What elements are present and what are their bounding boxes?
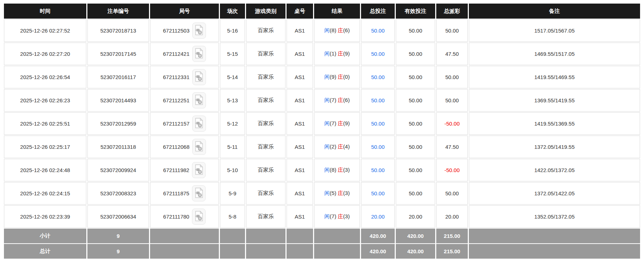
- cell-game-type: 百家乐: [246, 66, 285, 88]
- grand-total-valid-bet: 420.00: [396, 244, 435, 259]
- round-id-text: 672112068: [163, 144, 189, 150]
- video-file-icon: [194, 25, 203, 36]
- col-bet-id: 注单编号: [87, 4, 149, 19]
- cell-total-bet: 50.00: [361, 136, 395, 158]
- cell-valid-bet: 50.00: [396, 89, 435, 112]
- total-bet-link[interactable]: 50.00: [371, 74, 385, 80]
- result-player-label: 闲: [325, 27, 330, 33]
- cell-result: 闲(1) 庄(9): [314, 43, 360, 65]
- table-row: 2025-12-26 02:26:54 523072016117 6721123…: [4, 66, 640, 88]
- grand-total-count: 9: [87, 244, 149, 259]
- cell-result: 闲(5) 庄(3): [314, 182, 360, 205]
- cell-round-id: 672111875: [150, 182, 219, 205]
- result-player-label: 闲: [325, 190, 330, 196]
- cell-round-id: 672111982: [150, 159, 219, 181]
- video-replay-button[interactable]: [192, 139, 206, 155]
- cell-valid-bet: 50.00: [396, 112, 435, 135]
- cell-table-no: AS1: [287, 112, 313, 135]
- total-bet-link[interactable]: 50.00: [371, 51, 385, 57]
- cell-result: 闲(8) 庄(6): [314, 19, 360, 42]
- cell-remark: 1372.05/1422.05: [469, 182, 640, 205]
- result-player-score: (2): [330, 143, 336, 150]
- video-file-icon: [194, 164, 203, 176]
- total-bet-link[interactable]: 20.00: [371, 214, 385, 220]
- cell-total-bet: 50.00: [361, 19, 395, 42]
- cell-session: 5-14: [220, 66, 245, 88]
- table-footer: 小计 9 420.00 420.00 215.00 总计 9: [4, 229, 640, 259]
- result-banker-label: 庄: [338, 27, 343, 33]
- video-replay-button[interactable]: [192, 162, 206, 178]
- total-bet-link[interactable]: 50.00: [371, 121, 385, 127]
- cell-remark: 1469.55/1517.05: [469, 43, 640, 65]
- video-replay-button[interactable]: [192, 209, 206, 225]
- round-id-text: 672111875: [163, 190, 189, 196]
- subtotal-empty-cell: [150, 229, 219, 243]
- video-replay-button[interactable]: [192, 92, 206, 108]
- cell-remark: 1419.55/1369.55: [469, 112, 640, 135]
- cell-game-type: 百家乐: [246, 112, 285, 135]
- video-replay-button[interactable]: [192, 23, 206, 39]
- result-player-label: 闲: [325, 50, 330, 57]
- grand-total-empty-cell: [287, 244, 313, 259]
- cell-session: 5-11: [220, 136, 245, 158]
- table-row: 2025-12-26 02:24:15 523072008323 6721118…: [4, 182, 640, 205]
- cell-total-bet: 50.00: [361, 43, 395, 65]
- grand-total-empty-cell: [246, 244, 285, 259]
- cell-time: 2025-12-26 02:26:23: [4, 89, 86, 112]
- cell-total-bet: 20.00: [361, 205, 395, 228]
- table-row: 2025-12-26 02:25:51 523072012959 6721121…: [4, 112, 640, 135]
- cell-time: 2025-12-26 02:25:17: [4, 136, 86, 158]
- result-player-label: 闲: [325, 143, 330, 150]
- video-file-icon: [194, 211, 203, 223]
- result-banker-score: (6): [343, 27, 350, 33]
- cell-session: 5-12: [220, 112, 245, 135]
- cell-total-bet: 50.00: [361, 159, 395, 181]
- round-id-text: 672111982: [163, 167, 189, 173]
- cell-remark: 1517.05/1567.05: [469, 19, 640, 42]
- total-bet-link[interactable]: 50.00: [371, 167, 385, 173]
- cell-total-bet: 50.00: [361, 66, 395, 88]
- result-banker-score: (3): [343, 167, 350, 173]
- col-total-bet: 总投注: [361, 4, 395, 19]
- cell-payout: -50.00: [436, 159, 468, 181]
- total-bet-link[interactable]: 50.00: [371, 190, 385, 196]
- cell-payout: 47.50: [436, 136, 468, 158]
- subtotal-count: 9: [87, 229, 149, 243]
- video-replay-button[interactable]: [192, 185, 206, 201]
- col-remark: 备注: [469, 4, 640, 19]
- cell-session: 5-10: [220, 159, 245, 181]
- round-id-text: 672112503: [163, 28, 189, 34]
- result-banker-score: (4): [343, 143, 350, 150]
- result-banker-score: (9): [343, 120, 350, 126]
- cell-time: 2025-12-26 02:24:15: [4, 182, 86, 205]
- result-player-score: (5): [330, 190, 336, 196]
- cell-valid-bet: 50.00: [396, 159, 435, 181]
- cell-table-no: AS1: [287, 89, 313, 112]
- total-bet-link[interactable]: 50.00: [371, 28, 385, 34]
- result-player-score: (1): [330, 50, 336, 57]
- video-replay-button[interactable]: [192, 46, 206, 62]
- cell-bet-id: 523072011318: [87, 136, 149, 158]
- result-banker-label: 庄: [338, 213, 343, 219]
- cell-table-no: AS1: [287, 182, 313, 205]
- video-replay-button[interactable]: [192, 116, 206, 132]
- cell-bet-id: 523072008323: [87, 182, 149, 205]
- table-header: 时间 注单编号 局号 场次 游戏类别 桌号 结果 总投注 有效投注 总派彩 备注: [4, 4, 640, 19]
- cell-valid-bet: 50.00: [396, 136, 435, 158]
- result-player-score: (9): [330, 74, 336, 80]
- table-row: 2025-12-26 02:27:52 523072018713 6721125…: [4, 19, 640, 42]
- video-replay-button[interactable]: [192, 69, 206, 85]
- cell-valid-bet: 50.00: [396, 66, 435, 88]
- table-row: 2025-12-26 02:23:39 523072006634 6721117…: [4, 205, 640, 228]
- round-id-text: 672112421: [163, 51, 189, 57]
- cell-game-type: 百家乐: [246, 19, 285, 42]
- cell-time: 2025-12-26 02:27:20: [4, 43, 86, 65]
- total-bet-link[interactable]: 50.00: [371, 144, 385, 150]
- subtotal-valid-bet: 420.00: [396, 229, 435, 243]
- cell-time: 2025-12-26 02:24:48: [4, 159, 86, 181]
- col-game-type: 游戏类别: [246, 4, 285, 19]
- total-bet-link[interactable]: 50.00: [371, 97, 385, 103]
- result-player-label: 闲: [325, 213, 330, 219]
- cell-round-id: 672112503: [150, 19, 219, 42]
- col-round-id: 局号: [150, 4, 219, 19]
